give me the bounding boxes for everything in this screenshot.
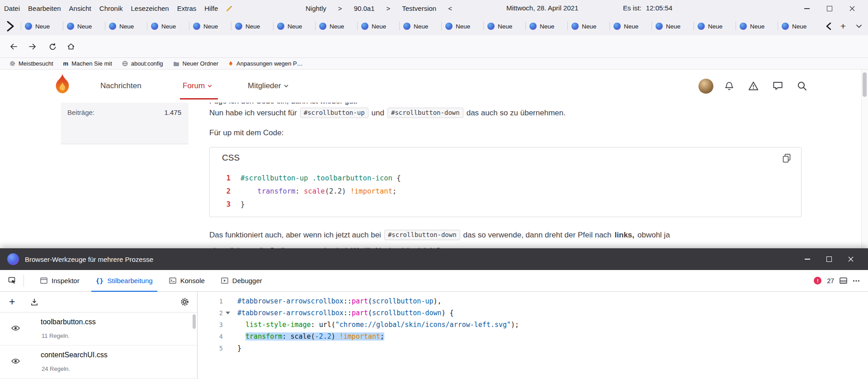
tab-scroll-left-button[interactable] [0,17,21,35]
new-stylesheet-button[interactable]: + [9,297,15,307]
bookmark-machen-sie-mit[interactable]: m Machen Sie mit [58,59,117,69]
reload-button[interactable] [45,39,60,54]
tab[interactable]: Neue [63,19,105,33]
menu-bearbeiten[interactable]: Bearbeiten [24,3,65,14]
stylesheet-item[interactable]: toolbarbutton.css 11 Regeln. [0,313,197,346]
forum-search-icon[interactable] [797,81,807,91]
tab[interactable]: Neue [609,19,651,33]
bookmark-neuer-ordner[interactable]: Neuer Ordner [168,59,223,69]
visibility-eye-icon[interactable] [11,357,20,365]
menu-chronik[interactable]: Chronik [95,3,127,14]
tab-favicon [698,23,705,30]
maximize-button[interactable] [818,248,840,270]
tab[interactable]: Neue [736,19,778,33]
list-scrollbar-thumb[interactable] [193,314,196,329]
tab[interactable]: Neue [567,19,609,33]
forward-button[interactable] [25,39,40,54]
devtools-titlebar[interactable]: Browser-Werkzeuge für mehrere Prozesse [0,248,868,270]
scrollbar-thumb[interactable] [863,72,867,97]
tab-stilbearbeitung[interactable]: {} Stilbearbeitung [88,270,161,292]
tab-debugger[interactable]: Debugger [213,270,270,292]
menu-hilfe[interactable]: Hilfe [200,3,222,14]
code-token: transform [245,332,282,341]
options-gear-icon[interactable] [180,298,189,306]
tab-strip: Neue Neue Neue Neue Neue Neue Neue Neue … [21,17,820,35]
element-picker-icon[interactable] [8,277,16,284]
clock-value: 12:05:54 [646,4,672,12]
tab[interactable]: Neue [693,19,736,33]
import-stylesheet-icon[interactable] [30,298,38,306]
menu-lesezeichen[interactable]: Lesezeichen [127,3,173,14]
tab[interactable]: Neue [525,19,567,33]
tab-title: Neue [540,23,554,30]
css-source-editor[interactable]: 1 #tabbrowser-arrowscrollbox::part(scrol… [198,292,868,379]
author-stats-panel: Beiträge: 1.475 [61,103,189,144]
split-console-icon[interactable] [840,277,847,284]
maximize-button[interactable] [818,0,841,17]
bookmark-anpassungen[interactable]: Anpassungen wegen P… [223,59,308,69]
minimize-button[interactable] [797,248,818,270]
tab-title: Neue [372,23,386,30]
notifications-bell-icon[interactable] [724,81,734,91]
tab-scroll-right-button[interactable] [825,22,833,31]
tab[interactable]: Neue [399,19,441,33]
menu-extras[interactable]: Extras [173,3,201,14]
meatball-menu-icon[interactable] [853,277,860,284]
bookmark-about-config[interactable]: about:config [117,59,168,69]
separator [24,275,24,287]
tab[interactable]: Neue [231,19,273,33]
tab-favicon [277,23,284,30]
tab[interactable]: Neue [189,19,231,33]
tab[interactable]: Neue [651,19,693,33]
tab-favicon [529,23,537,30]
close-button[interactable] [841,0,863,17]
menu-ansicht[interactable]: Ansicht [65,3,95,14]
error-badge-icon[interactable]: ! [814,277,821,284]
nav-nachrichten[interactable]: Nachrichten [100,81,142,90]
all-tabs-button[interactable] [854,24,864,28]
devtools-toolbar-right: ! 27 [814,277,860,284]
user-avatar[interactable] [698,79,713,94]
tab-title: Neue [708,23,722,30]
new-tab-button[interactable]: + [836,21,850,32]
fold-arrow-icon[interactable] [226,312,230,314]
tab[interactable]: Neue [315,19,357,33]
close-button[interactable] [840,248,862,270]
page-scrollbar[interactable] [861,70,868,248]
tab-bar: Neue Neue Neue Neue Neue Neue Neue Neue … [0,17,868,35]
page-content: Füge ich den Code ein, dann ist wieder g… [0,70,868,248]
stylesheet-item[interactable]: contentSearchUI.css 24 Regeln. [0,346,197,379]
home-button[interactable] [64,39,78,54]
conversations-chat-icon[interactable] [773,81,783,91]
bookmark-meistbesucht[interactable]: Meistbesucht [5,59,58,69]
minimize-button[interactable] [796,0,818,17]
bookmarks-toolbar: Meistbesucht m Machen Sie mit about:conf… [0,58,868,70]
tab-konsole[interactable]: Konsole [161,270,213,292]
tab[interactable]: Neue [105,19,147,33]
tab[interactable]: Neue [441,19,483,33]
visibility-eye-icon[interactable] [11,324,20,332]
tab[interactable]: Neue [778,19,820,33]
tab[interactable]: Neue [21,19,63,33]
nav-forum[interactable]: Forum [183,81,212,90]
devtools-app-icon [7,253,19,265]
menu-datei[interactable]: Datei [0,3,24,14]
tab-inspektor[interactable]: Inspektor [32,270,88,292]
tabbar-right-controls: + [825,21,868,32]
nav-mitglieder[interactable]: Mitglieder [248,81,288,90]
fold-column[interactable] [223,307,233,319]
back-button[interactable] [6,39,21,54]
alerts-warning-icon[interactable] [748,81,759,91]
post-text: Das funktioniert auch, aber wenn ich jet… [209,230,381,240]
camp-firefox-logo[interactable] [52,73,73,99]
code-text: } [241,198,245,211]
tab-favicon [740,23,747,30]
tab[interactable]: Neue [357,19,399,33]
tab-title: Neue [161,23,176,30]
tab[interactable]: Neue [147,19,189,33]
tab[interactable]: Neue [483,19,525,33]
tab[interactable]: Neue [273,19,315,33]
code-token: url( [319,321,335,329]
copy-code-icon[interactable] [782,153,791,163]
code-token: ; [380,332,384,341]
